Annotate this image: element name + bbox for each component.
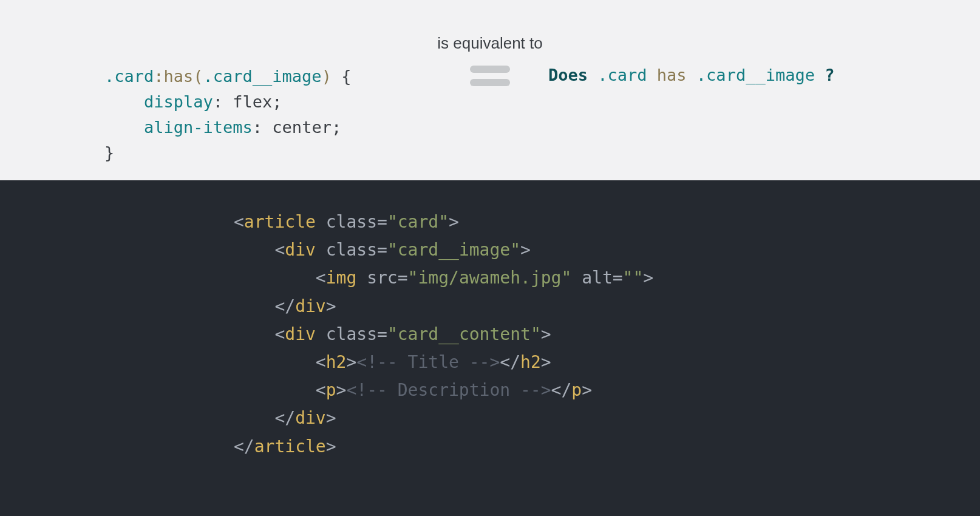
css-val-center: center; xyxy=(272,118,341,137)
angle-open: < xyxy=(316,268,326,288)
tag-h2-close: h2 xyxy=(520,352,541,372)
comment-title: <!-- Title --> xyxy=(356,352,500,372)
angle-close: > xyxy=(541,324,551,344)
str-card-content: "card__content" xyxy=(387,324,541,344)
str-src: "img/awameh.jpg" xyxy=(408,268,572,288)
question-does: Does xyxy=(548,66,597,84)
css-selector-card: .card xyxy=(104,67,154,86)
equals: = xyxy=(377,212,387,232)
equals: = xyxy=(613,268,623,288)
css-has-close: ) xyxy=(322,67,332,86)
tag-div: div xyxy=(285,240,316,260)
css-val-flex: flex; xyxy=(233,92,282,111)
equals-bar-bottom xyxy=(470,79,510,86)
space xyxy=(571,268,582,288)
angle-close: > xyxy=(449,212,459,232)
css-prop-align-items: align-items xyxy=(144,118,253,137)
angle-close: > xyxy=(336,380,347,400)
tag-h2: h2 xyxy=(326,352,347,372)
angle-open: < xyxy=(316,352,326,372)
tag-div: div xyxy=(285,324,316,344)
tag-p-close: p xyxy=(571,380,582,400)
attr-class: class xyxy=(326,324,377,344)
question-image: .card__image xyxy=(696,66,825,84)
angle-close: > xyxy=(326,296,336,316)
css-colon: : xyxy=(253,118,273,137)
str-alt: "" xyxy=(623,268,644,288)
question-card: .card xyxy=(597,66,657,84)
angle-close: > xyxy=(326,436,336,457)
angle-open-slash: </ xyxy=(274,408,295,428)
space xyxy=(316,240,326,260)
attr-class: class xyxy=(326,240,377,260)
angle-open-slash: </ xyxy=(234,436,254,457)
attr-src: src xyxy=(367,268,398,288)
attr-alt: alt xyxy=(582,268,613,288)
angle-close: > xyxy=(520,240,531,260)
angle-open: < xyxy=(234,212,244,232)
html-code-block: <article class="card"> <div class="card_… xyxy=(234,208,653,461)
tag-article: article xyxy=(244,212,316,232)
css-selector-image: .card__image xyxy=(203,67,322,86)
css-prop-display: display xyxy=(144,92,213,111)
tag-img: img xyxy=(326,268,357,288)
str-card: "card" xyxy=(387,212,449,232)
angle-open-slash: </ xyxy=(551,380,572,400)
space xyxy=(316,324,326,344)
comment-description: <!-- Description --> xyxy=(346,380,551,400)
space xyxy=(356,268,367,288)
angle-close: > xyxy=(326,408,336,428)
tag-p: p xyxy=(326,380,336,400)
bottom-panel: <article class="card"> <div class="card_… xyxy=(0,180,980,516)
angle-close: > xyxy=(346,352,356,372)
angle-open: < xyxy=(274,324,285,344)
question-has: has xyxy=(657,66,696,84)
top-panel: is equivalent to .card:has(.card__image)… xyxy=(0,0,980,180)
angle-close: > xyxy=(582,380,592,400)
angle-open-slash: </ xyxy=(274,296,295,316)
equals-bar-top xyxy=(470,66,510,73)
equals: = xyxy=(377,240,387,260)
equals: = xyxy=(377,324,387,344)
angle-open-slash: </ xyxy=(500,352,520,372)
attr-class: class xyxy=(326,212,377,232)
angle-close: > xyxy=(541,352,551,372)
css-colon: : xyxy=(213,92,233,111)
tag-div-close: div xyxy=(295,296,326,316)
equals-icon xyxy=(470,66,510,86)
css-has-open: :has( xyxy=(154,67,203,86)
equals: = xyxy=(398,268,408,288)
tag-div-close: div xyxy=(295,408,326,428)
angle-open: < xyxy=(316,380,326,400)
angle-open: < xyxy=(274,240,285,260)
css-brace-open: { xyxy=(332,67,352,86)
tag-article-close: article xyxy=(254,436,326,457)
question-mark: ? xyxy=(825,66,834,84)
equivalent-label: is equivalent to xyxy=(437,34,542,53)
question-text: Does .card has .card__image ? xyxy=(548,66,834,84)
css-brace-close: } xyxy=(104,143,114,162)
angle-close: > xyxy=(643,268,653,288)
space xyxy=(316,212,326,232)
css-code-block: .card:has(.card__image) { display: flex;… xyxy=(104,64,351,165)
str-card-image: "card__image" xyxy=(387,240,520,260)
